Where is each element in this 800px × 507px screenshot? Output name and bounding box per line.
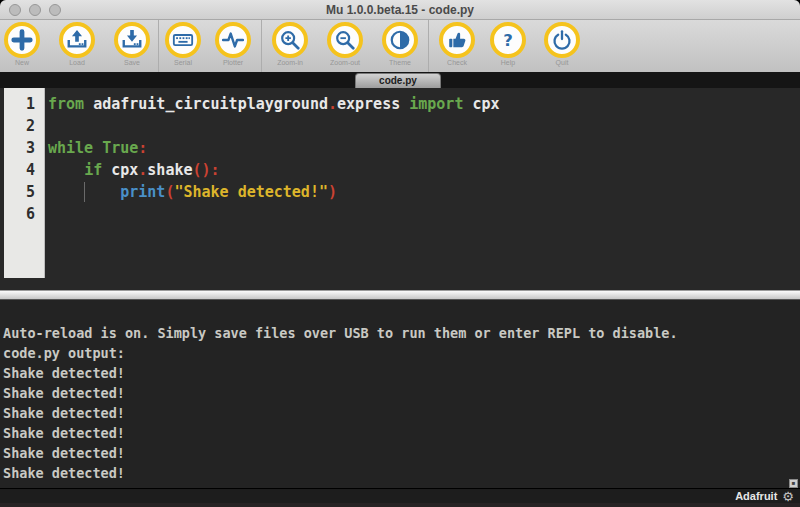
plus-icon	[4, 22, 40, 58]
serial-line: Auto-reload is on. Simply save files ove…	[3, 323, 797, 343]
toolbar-button-save[interactable]: Save	[110, 22, 154, 66]
svg-text:?: ?	[503, 31, 513, 50]
toolbar: NewLoadSaveSerialPlotterZoom-inZoom-outT…	[0, 20, 800, 72]
bottom-edge	[0, 503, 800, 507]
code-text: if cpx.shake():	[45, 159, 220, 181]
tab-code.py[interactable]: code.py	[355, 73, 441, 88]
code-text: print("Shake detected!")	[45, 181, 337, 203]
toolbar-separator	[428, 20, 429, 72]
toolbar-button-check[interactable]: Check	[435, 22, 479, 66]
toolbar-button-label: Zoom-out	[323, 59, 367, 66]
zoom-in-icon	[272, 22, 308, 58]
keyboard-icon	[165, 22, 201, 58]
power-icon	[544, 22, 580, 58]
code-text: while True:	[45, 137, 147, 159]
gear-icon[interactable]: ⚙	[782, 490, 794, 503]
code-text	[45, 203, 48, 225]
toolbar-separator	[158, 20, 159, 72]
toolbar-separator	[261, 20, 262, 72]
line-number: 3	[0, 137, 45, 159]
pulse-icon	[215, 22, 251, 58]
serial-output[interactable]: Auto-reload is on. Simply save files ove…	[0, 300, 800, 487]
toolbar-button-theme[interactable]: Theme	[378, 22, 422, 66]
toolbar-button-new[interactable]: New	[0, 22, 44, 66]
tab-bar: code.py	[0, 72, 800, 88]
toolbar-button-label: Quit	[540, 59, 584, 66]
line-number: 6	[0, 203, 45, 225]
help-icon: ?	[490, 22, 526, 58]
title-bar: Mu 1.0.0.beta.15 - code.py	[0, 0, 800, 20]
toolbar-button-label: Save	[110, 59, 154, 66]
toolbar-button-label: Load	[55, 59, 99, 66]
serial-line: Shake detected!	[3, 463, 797, 483]
code-line: 1from adafruit_circuitplayground.express…	[0, 93, 800, 115]
code-line: 3while True:	[0, 137, 800, 159]
code-line: 6	[0, 203, 800, 225]
code-text	[45, 115, 48, 137]
code-editor[interactable]: 1from adafruit_circuitplayground.express…	[0, 88, 800, 290]
code-line: 4 if cpx.shake():	[0, 159, 800, 181]
serial-line: Shake detected!	[3, 443, 797, 463]
toolbar-button-label: Serial	[161, 59, 205, 66]
toolbar-button-label: New	[0, 59, 44, 66]
window-title: Mu 1.0.0.beta.15 - code.py	[0, 3, 800, 17]
toolbar-button-zoom-in[interactable]: Zoom-in	[268, 22, 312, 66]
pane-splitter[interactable]	[0, 290, 800, 300]
line-number: 2	[0, 115, 45, 137]
zoom-out-icon	[327, 22, 363, 58]
upload-icon	[59, 22, 95, 58]
serial-line: Shake detected!	[3, 363, 797, 383]
toolbar-button-help[interactable]: ?Help	[486, 22, 530, 66]
scroll-corner-icon: ■	[789, 479, 798, 488]
download-icon	[114, 22, 150, 58]
mu-window: Mu 1.0.0.beta.15 - code.py NewLoadSaveSe…	[0, 0, 800, 507]
toolbar-button-load[interactable]: Load	[55, 22, 99, 66]
contrast-icon	[382, 22, 418, 58]
toolbar-button-quit[interactable]: Quit	[540, 22, 584, 66]
serial-line: Shake detected!	[3, 383, 797, 403]
serial-line: code.py output:	[3, 343, 797, 363]
toolbar-button-label: Theme	[378, 59, 422, 66]
code-line: 5 print("Shake detected!")	[0, 181, 800, 203]
toolbar-button-label: Help	[486, 59, 530, 66]
status-bar: Adafruit ⚙	[0, 488, 800, 503]
serial-line: Shake detected!	[3, 423, 797, 443]
toolbar-button-serial[interactable]: Serial	[161, 22, 205, 66]
line-number: 4	[0, 159, 45, 181]
code-line: 2	[0, 115, 800, 137]
line-number: 5	[0, 181, 45, 203]
line-number: 1	[0, 93, 45, 115]
serial-line: Shake detected!	[3, 403, 797, 423]
toolbar-button-label: Zoom-in	[268, 59, 312, 66]
toolbar-button-label: Plotter	[211, 59, 255, 66]
toolbar-button-plotter[interactable]: Plotter	[211, 22, 255, 66]
toolbar-button-zoom-out[interactable]: Zoom-out	[323, 22, 367, 66]
toolbar-button-label: Check	[435, 59, 479, 66]
code-rows: 1from adafruit_circuitplayground.express…	[0, 93, 800, 225]
mode-label[interactable]: Adafruit	[735, 490, 777, 502]
indent-guide	[84, 182, 85, 202]
code-text: from adafruit_circuitplayground.express …	[45, 93, 500, 115]
thumbs-up-icon	[439, 22, 475, 58]
